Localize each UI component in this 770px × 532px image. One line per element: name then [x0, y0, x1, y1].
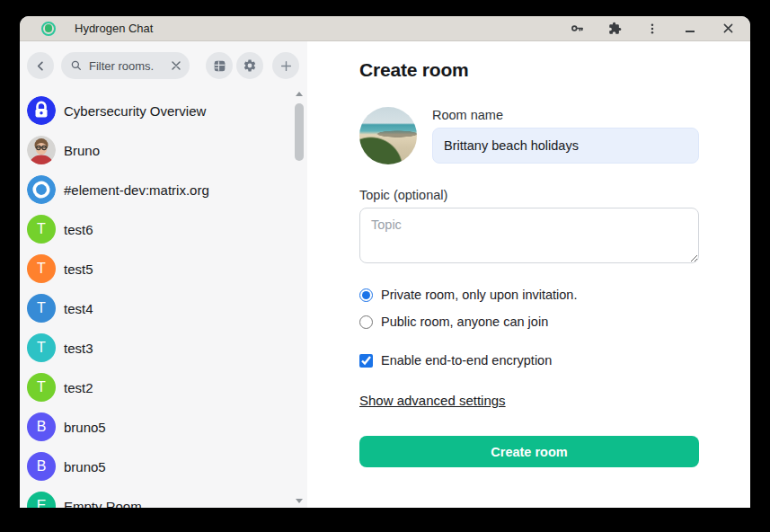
grid-view-button[interactable] [206, 52, 233, 79]
room-name: bruno5 [64, 420, 106, 435]
back-button[interactable] [27, 52, 54, 79]
titlebar: Hydrogen Chat [20, 16, 750, 41]
room-name-label: Room name [432, 108, 699, 122]
add-room-button[interactable] [272, 52, 299, 79]
element-avatar-icon [27, 175, 56, 204]
room-name: test6 [64, 222, 93, 237]
extensions-icon[interactable] [606, 21, 623, 37]
room-name-input[interactable] [432, 128, 699, 164]
lock-avatar-icon [27, 96, 56, 125]
room-name: #element-dev:matrix.org [64, 182, 209, 198]
room-avatar[interactable] [359, 107, 417, 164]
encryption-label: Enable end-to-end encryption [381, 353, 552, 368]
room-name: test3 [64, 341, 93, 356]
room-list-item[interactable]: #element-dev:matrix.org [20, 170, 307, 209]
minimize-icon[interactable] [682, 21, 698, 37]
scrollbar-thumb[interactable] [295, 103, 304, 161]
filter-rooms-input[interactable]: Filter rooms. [61, 52, 190, 79]
letter-avatar: T [27, 373, 56, 402]
room-list-item[interactable]: Bbruno5 [20, 407, 307, 447]
privacy-options: Private room, only upon invitation. Publ… [359, 281, 699, 335]
encryption-checkbox[interactable] [359, 354, 373, 368]
room-name: test2 [64, 380, 93, 395]
room-name: test4 [64, 301, 93, 316]
room-list-item[interactable]: Ttest6 [20, 209, 307, 249]
clear-filter-icon[interactable] [172, 61, 181, 70]
letter-avatar: T [27, 333, 56, 362]
letter-avatar: T [27, 215, 56, 244]
room-name: Bruno [64, 143, 100, 158]
letter-avatar: E [27, 492, 56, 508]
scroll-up-icon[interactable] [296, 92, 303, 96]
create-room-panel: Create room Room name Topic (optional) P… [307, 41, 750, 508]
filter-rooms-placeholder: Filter rooms. [89, 59, 172, 73]
room-list-item[interactable]: Ttest3 [20, 328, 307, 368]
scroll-down-icon[interactable] [296, 499, 303, 503]
window-title: Hydrogen Chat [75, 22, 153, 35]
room-name: Empty Room [64, 499, 142, 509]
hydrogen-logo-icon [41, 22, 56, 36]
encryption-option[interactable]: Enable end-to-end encryption [359, 347, 699, 374]
letter-avatar: B [27, 452, 56, 481]
room-name: test5 [64, 262, 93, 277]
public-room-radio[interactable] [359, 315, 373, 329]
private-room-radio[interactable] [359, 288, 373, 302]
letter-avatar: B [27, 412, 56, 441]
topic-label: Topic (optional) [359, 188, 699, 202]
search-icon [70, 59, 83, 72]
room-name: Cybersecurity Overview [64, 103, 206, 119]
private-room-label: Private room, only upon invitation. [381, 288, 577, 302]
room-list-item[interactable]: EEmpty Room [20, 486, 307, 508]
room-list-item[interactable]: Ttest2 [20, 368, 307, 407]
room-list-item[interactable]: Ttest5 [20, 249, 307, 288]
key-icon[interactable] [569, 21, 585, 37]
create-room-button[interactable]: Create room [359, 436, 699, 467]
page-title: Create room [359, 59, 699, 81]
sidebar: Filter rooms. Cybersecurity OverviewBrun… [20, 41, 307, 508]
room-list: Cybersecurity OverviewBruno#element-dev:… [20, 90, 307, 508]
letter-avatar: T [27, 254, 56, 283]
show-advanced-settings-link[interactable]: Show advanced settings [359, 393, 506, 408]
sidebar-scrollbar[interactable] [294, 92, 305, 503]
public-room-label: Public room, anyone can join [381, 315, 548, 329]
room-name: bruno5 [64, 459, 106, 474]
sidebar-toolbar: Filter rooms. [20, 41, 307, 90]
public-room-option[interactable]: Public room, anyone can join [359, 308, 699, 335]
close-icon[interactable] [720, 21, 736, 37]
topic-input[interactable] [359, 208, 699, 263]
private-room-option[interactable]: Private room, only upon invitation. [359, 281, 699, 308]
room-list-item[interactable]: Bruno [20, 130, 307, 170]
room-list-item[interactable]: Bbruno5 [20, 447, 307, 486]
letter-avatar: T [27, 294, 56, 323]
room-list-item[interactable]: Ttest4 [20, 288, 307, 328]
settings-button[interactable] [236, 52, 263, 79]
room-list-item[interactable]: Cybersecurity Overview [20, 91, 307, 130]
app-window: Hydrogen Chat [20, 16, 750, 508]
kebab-menu-icon[interactable] [644, 21, 660, 37]
photo-avatar-icon [27, 136, 56, 164]
